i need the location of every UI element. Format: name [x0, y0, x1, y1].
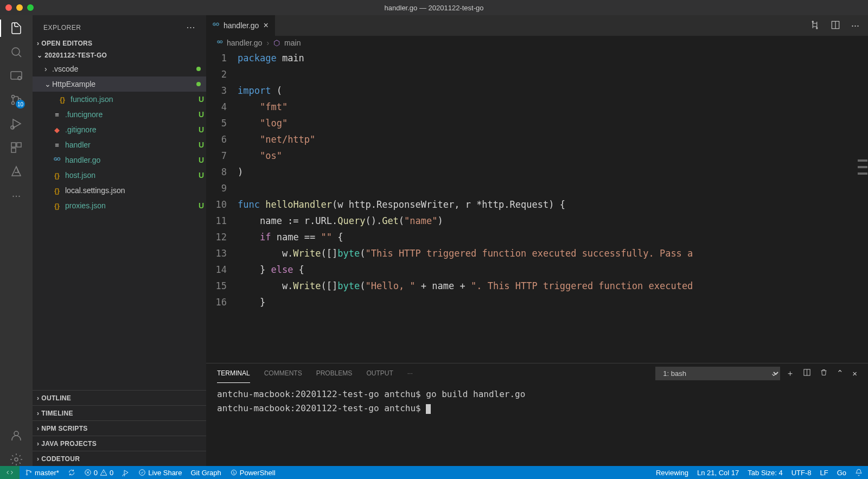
panel-tab-output[interactable]: OUTPUT	[366, 363, 393, 383]
file-item[interactable]: ≡.funcignoreU	[33, 107, 206, 122]
reviewing[interactable]: Reviewing	[656, 469, 688, 477]
file-item[interactable]: ◆.gitignoreU	[33, 122, 206, 137]
editor-area: ᴳᴼ handler.go × ··· ᴳᴼ handler.go › ⬡ ma…	[206, 15, 868, 466]
explorer-header: EXPLORER ···	[33, 15, 206, 37]
editor-more-icon[interactable]: ···	[851, 20, 859, 31]
code-line[interactable]: 9	[206, 180, 868, 196]
account-icon[interactable]	[10, 429, 23, 442]
live-share[interactable]: Live Share	[138, 469, 182, 477]
svg-marker-27	[124, 470, 128, 475]
panel-tab-terminal[interactable]: TERMINAL	[217, 363, 250, 383]
svg-point-20	[26, 470, 27, 471]
minimize-window[interactable]	[16, 4, 23, 11]
go-file-icon: ᴳᴼ	[213, 22, 219, 29]
file-item[interactable]: ᴳᴼhandler.goU	[33, 152, 206, 168]
more-icon[interactable]: ···	[10, 189, 23, 202]
close-window[interactable]	[5, 4, 12, 11]
extensions-icon[interactable]	[10, 141, 23, 154]
code-line[interactable]: 1package main	[206, 50, 868, 66]
panel-more-icon[interactable]: ···	[407, 363, 413, 383]
folder-item[interactable]: ⌄HttpExample	[33, 76, 206, 92]
remote-indicator[interactable]	[0, 466, 20, 479]
code-line[interactable]: 16 }	[206, 294, 868, 310]
git-branch[interactable]: master*	[25, 469, 59, 477]
file-item[interactable]: {}local.settings.json	[33, 183, 206, 198]
breadcrumb[interactable]: ᴳᴼ handler.go › ⬡ main	[206, 36, 868, 50]
code-line[interactable]: 2	[206, 66, 868, 82]
svg-line-1	[19, 55, 21, 57]
file-item[interactable]: {}function.jsonU	[33, 92, 206, 107]
code-line[interactable]: 8)	[206, 164, 868, 180]
breadcrumb-symbol[interactable]: main	[284, 39, 301, 47]
explorer-icon[interactable]	[10, 22, 23, 35]
file-tree: ›.vscode⌄HttpExample{}function.jsonU≡.fu…	[33, 61, 206, 390]
code-line[interactable]: 5 "log"	[206, 115, 868, 131]
chevron-down-icon[interactable]: ⌄	[770, 368, 777, 378]
terminal-content[interactable]: antchu-macbook:20201122-test-go antchu$ …	[206, 383, 868, 466]
settings-icon[interactable]	[10, 453, 23, 466]
language-mode[interactable]: Go	[837, 469, 846, 477]
tab-label: handler.go	[224, 21, 259, 30]
problems-indicator[interactable]: 0 0	[84, 469, 113, 477]
explorer-sidebar: EXPLORER ··· ›OPEN EDITORS ⌄20201122-TES…	[33, 15, 206, 466]
tab-handler-go[interactable]: ᴳᴼ handler.go ×	[206, 15, 275, 36]
tab-size[interactable]: Tab Size: 4	[748, 469, 782, 477]
section-npm-scripts[interactable]: ›NPM SCRIPTS	[33, 420, 206, 436]
code-line[interactable]: 12 if name == "" {	[206, 229, 868, 245]
folder-item[interactable]: ›.vscode	[33, 61, 206, 76]
code-line[interactable]: 4 "fmt"	[206, 99, 868, 115]
compare-icon[interactable]	[810, 20, 820, 31]
panel-tab-problems[interactable]: PROBLEMS	[316, 363, 353, 383]
split-terminal-icon[interactable]	[803, 368, 811, 378]
code-line[interactable]: 11 name := r.URL.Query().Get("name")	[206, 213, 868, 229]
editor-tabs: ᴳᴼ handler.go × ···	[206, 15, 868, 36]
file-item[interactable]: {}proxies.jsonU	[33, 198, 206, 213]
code-line[interactable]: 13 w.Write([]byte("This HTTP triggered f…	[206, 245, 868, 261]
search-icon[interactable]	[10, 46, 23, 59]
tab-close-icon[interactable]: ×	[263, 21, 268, 30]
file-item[interactable]: ≡handlerU	[33, 137, 206, 152]
svg-point-13	[15, 458, 18, 461]
trash-icon[interactable]	[820, 368, 828, 378]
breadcrumb-file[interactable]: handler.go	[227, 39, 262, 47]
section-codetour[interactable]: ›CODETOUR	[33, 451, 206, 466]
source-control-icon[interactable]: 10	[10, 93, 23, 106]
terminal-shell-select[interactable]: 1: bash	[655, 367, 780, 380]
code-line[interactable]: 3import (	[206, 82, 868, 99]
eol[interactable]: LF	[820, 469, 828, 477]
azure-icon[interactable]	[10, 165, 23, 178]
file-item[interactable]: {}host.jsonU	[33, 168, 206, 183]
maximize-window[interactable]	[27, 4, 34, 11]
code-line[interactable]: 10func helloHandler(w http.ResponseWrite…	[206, 196, 868, 213]
powershell[interactable]: PowerShell	[230, 469, 276, 477]
feedback-icon[interactable]	[855, 469, 863, 476]
debug-start-icon[interactable]	[122, 469, 130, 476]
new-terminal-icon[interactable]: ＋	[786, 368, 794, 379]
cursor-position[interactable]: Ln 21, Col 17	[697, 469, 739, 477]
project-section[interactable]: ⌄20201122-TEST-GO	[33, 49, 206, 61]
minimap[interactable]	[857, 50, 868, 363]
close-panel-icon[interactable]: ×	[852, 369, 857, 378]
git-graph[interactable]: Git Graph	[190, 469, 221, 477]
code-line[interactable]: 14 } else {	[206, 261, 868, 278]
code-line[interactable]: 6 "net/http"	[206, 131, 868, 148]
debug-icon[interactable]	[10, 117, 23, 130]
maximize-panel-icon[interactable]: ⌃	[837, 368, 844, 378]
window-title: handler.go — 20201122-test-go	[385, 4, 484, 12]
section-outline[interactable]: ›OUTLINE	[33, 390, 206, 405]
svg-point-21	[26, 474, 27, 475]
panel-tab-comments[interactable]: COMMENTS	[264, 363, 302, 383]
split-editor-icon[interactable]	[831, 20, 840, 31]
section-timeline[interactable]: ›TIMELINE	[33, 405, 206, 420]
code-line[interactable]: 15 w.Write([]byte("Hello, " + name + ". …	[206, 278, 868, 294]
encoding[interactable]: UTF-8	[792, 469, 812, 477]
code-editor[interactable]: 1package main23import (4 "fmt"5 "log"6 "…	[206, 50, 868, 363]
code-line[interactable]: 7 "os"	[206, 148, 868, 164]
sync-icon[interactable]	[68, 469, 75, 476]
explorer-more-icon[interactable]: ···	[186, 22, 195, 33]
open-editors-section[interactable]: ›OPEN EDITORS	[33, 37, 206, 49]
section-java-projects[interactable]: ›JAVA PROJECTS	[33, 436, 206, 451]
window-controls	[5, 4, 34, 11]
svg-point-4	[12, 95, 15, 98]
remote-explorer-icon[interactable]	[10, 69, 23, 82]
